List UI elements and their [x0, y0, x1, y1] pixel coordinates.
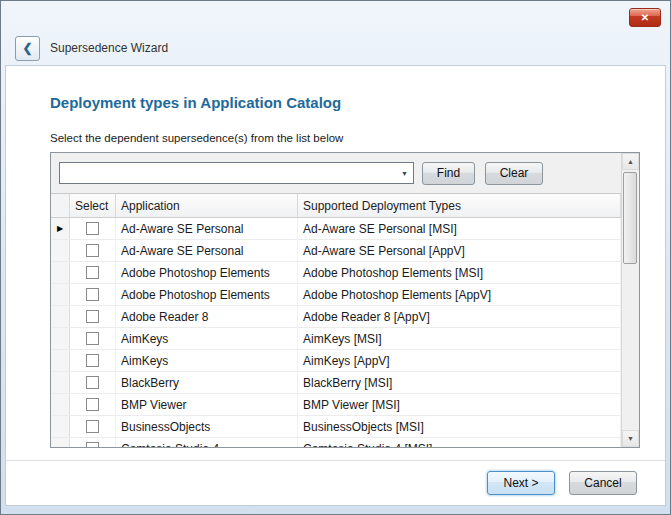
table-row[interactable]: Camtasia Studio 4 Camtasia Studio 4 [MSI… [51, 438, 621, 447]
filter-combobox: ▼ [59, 162, 414, 184]
header-corner-cell [51, 194, 70, 217]
find-button[interactable]: Find [422, 162, 475, 185]
row-checkbox[interactable] [86, 442, 99, 447]
row-select-cell [70, 350, 116, 371]
row-checkbox[interactable] [86, 420, 99, 433]
row-application-cell: Adobe Photoshop Elements [116, 262, 298, 283]
row-deployment-cell: Ad-Aware SE Personal [MSI] [298, 218, 621, 239]
row-select-cell [70, 328, 116, 349]
row-checkbox[interactable] [86, 376, 99, 389]
row-indicator-cell [51, 240, 70, 261]
row-indicator-cell [51, 438, 70, 447]
next-button[interactable]: Next > [487, 471, 555, 495]
wizard-header: ❮ Supersedence Wizard [1, 31, 670, 65]
row-select-cell [70, 284, 116, 305]
row-application-cell: AimKeys [116, 328, 298, 349]
row-deployment-cell: Ad-Aware SE Personal [AppV] [298, 240, 621, 261]
scrollbar-down-button[interactable]: ▼ [622, 430, 639, 447]
current-row-icon: ▶ [57, 225, 63, 233]
instruction-label: Select the dependent supersedence(s) fro… [50, 132, 343, 144]
table-header: Select Application Supported Deployment … [51, 194, 621, 218]
row-checkbox[interactable] [86, 398, 99, 411]
back-button[interactable]: ❮ [15, 36, 40, 61]
row-select-cell [70, 372, 116, 393]
dialog-window: ✕ ❮ Supersedence Wizard Deployment types… [0, 0, 671, 515]
row-indicator-cell [51, 372, 70, 393]
row-checkbox[interactable] [86, 266, 99, 279]
table-row[interactable]: BlackBerry BlackBerry [MSI] [51, 372, 621, 394]
row-deployment-cell: Adobe Photoshop Elements [MSI] [298, 262, 621, 283]
row-indicator-cell [51, 262, 70, 283]
row-indicator-cell [51, 394, 70, 415]
scrollbar-thumb[interactable] [623, 172, 637, 264]
row-deployment-cell: AimKeys [AppV] [298, 350, 621, 371]
scroll-up-icon: ▲ [627, 158, 634, 165]
clear-button[interactable]: Clear [485, 162, 543, 185]
row-application-cell: Camtasia Studio 4 [116, 438, 298, 447]
row-checkbox[interactable] [86, 310, 99, 323]
table-row[interactable]: Adobe Reader 8 Adobe Reader 8 [AppV] [51, 306, 621, 328]
row-application-cell: BlackBerry [116, 372, 298, 393]
row-deployment-cell: Adobe Photoshop Elements [AppV] [298, 284, 621, 305]
row-application-cell: Ad-Aware SE Personal [116, 240, 298, 261]
row-deployment-cell: AimKeys [MSI] [298, 328, 621, 349]
column-header-deployment-types[interactable]: Supported Deployment Types [298, 194, 621, 217]
vertical-scrollbar[interactable]: ▲ ▼ [621, 153, 639, 447]
row-indicator-cell [51, 306, 70, 327]
row-deployment-cell: BusinessObjects [MSI] [298, 416, 621, 437]
row-select-cell [70, 218, 116, 239]
row-select-cell [70, 416, 116, 437]
row-application-cell: Adobe Photoshop Elements [116, 284, 298, 305]
supersedence-list-panel: ▼ Find Clear Select Application Supporte… [50, 152, 640, 448]
row-select-cell [70, 240, 116, 261]
table-row[interactable]: BMP Viewer BMP Viewer [MSI] [51, 394, 621, 416]
filter-row: ▼ Find Clear [51, 153, 621, 193]
row-deployment-cell: Adobe Reader 8 [AppV] [298, 306, 621, 327]
row-select-cell [70, 438, 116, 447]
back-arrow-icon: ❮ [22, 41, 32, 55]
row-indicator-cell [51, 416, 70, 437]
row-select-cell [70, 394, 116, 415]
close-icon: ✕ [641, 12, 649, 23]
table-row[interactable]: Ad-Aware SE Personal Ad-Aware SE Persona… [51, 240, 621, 262]
content-area: Deployment types in Application Catalog … [5, 65, 666, 506]
row-application-cell: Ad-Aware SE Personal [116, 218, 298, 239]
wizard-title: Supersedence Wizard [50, 41, 168, 55]
row-indicator-cell [51, 328, 70, 349]
table-row[interactable]: BusinessObjects BusinessObjects [MSI] [51, 416, 621, 438]
footer-bar: Next > Cancel [6, 460, 665, 505]
row-checkbox[interactable] [86, 332, 99, 345]
cancel-button[interactable]: Cancel [569, 471, 637, 495]
table-row[interactable]: AimKeys AimKeys [AppV] [51, 350, 621, 372]
column-header-application[interactable]: Application [116, 194, 298, 217]
row-select-cell [70, 262, 116, 283]
table-row[interactable]: Adobe Photoshop Elements Adobe Photoshop… [51, 262, 621, 284]
row-application-cell: BMP Viewer [116, 394, 298, 415]
row-checkbox[interactable] [86, 354, 99, 367]
scrollbar-up-button[interactable]: ▲ [622, 153, 639, 170]
row-select-cell [70, 306, 116, 327]
table-row[interactable]: Adobe Photoshop Elements Adobe Photoshop… [51, 284, 621, 306]
supersedence-table: Select Application Supported Deployment … [51, 193, 621, 447]
row-indicator-cell: ▶ [51, 218, 70, 239]
filter-input[interactable] [60, 163, 396, 183]
close-button[interactable]: ✕ [629, 8, 661, 27]
column-header-select[interactable]: Select [70, 194, 116, 217]
table-row[interactable]: ▶ Ad-Aware SE Personal Ad-Aware SE Perso… [51, 218, 621, 240]
row-indicator-cell [51, 350, 70, 371]
titlebar[interactable]: ✕ [1, 1, 670, 31]
row-deployment-cell: Camtasia Studio 4 [MSI] [298, 438, 621, 447]
row-checkbox[interactable] [86, 222, 99, 235]
table-row[interactable]: AimKeys AimKeys [MSI] [51, 328, 621, 350]
row-application-cell: Adobe Reader 8 [116, 306, 298, 327]
row-checkbox[interactable] [86, 244, 99, 257]
panel-main: ▼ Find Clear Select Application Supporte… [51, 153, 621, 447]
combo-dropdown-button[interactable]: ▼ [396, 163, 413, 183]
row-deployment-cell: BMP Viewer [MSI] [298, 394, 621, 415]
scroll-down-icon: ▼ [627, 435, 634, 442]
chevron-down-icon: ▼ [401, 170, 408, 177]
row-indicator-cell [51, 284, 70, 305]
row-checkbox[interactable] [86, 288, 99, 301]
row-application-cell: AimKeys [116, 350, 298, 371]
page-title: Deployment types in Application Catalog [50, 94, 341, 111]
